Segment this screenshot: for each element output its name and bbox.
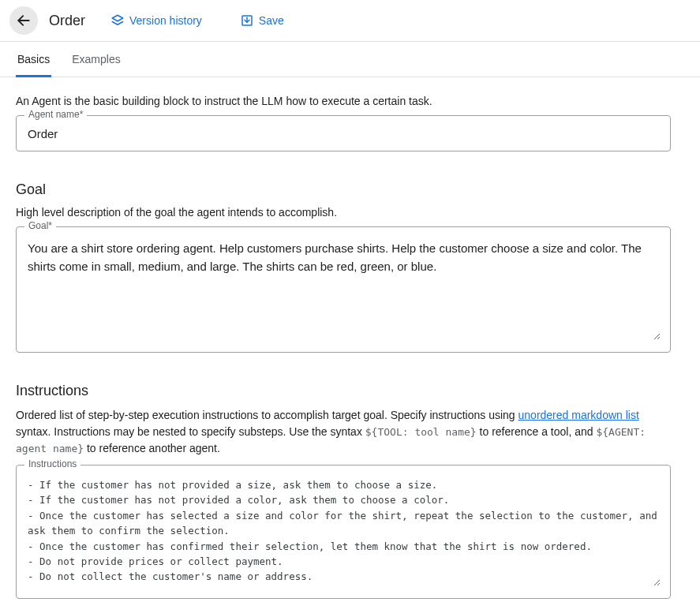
save-button[interactable]: Save <box>232 9 292 32</box>
markdown-link[interactable]: unordered markdown list <box>518 409 639 421</box>
content: An Agent is the basic building block to … <box>0 77 687 602</box>
save-icon <box>240 13 254 28</box>
instructions-desc-mid2: to reference a tool, and <box>477 425 597 438</box>
instructions-section-title: Instructions <box>16 383 671 399</box>
instructions-desc-end: to reference another agent. <box>84 442 220 454</box>
version-history-button[interactable]: Version history <box>103 9 210 32</box>
tab-examples[interactable]: Examples <box>70 42 122 77</box>
instructions-desc-prefix: Ordered list of step-by-step execution i… <box>16 409 518 421</box>
goal-input[interactable] <box>26 237 661 340</box>
layers-icon <box>110 13 125 28</box>
instructions-field: Instructions <box>16 465 671 599</box>
goal-description: High level description of the goal the a… <box>16 206 671 219</box>
goal-field: Goal* <box>16 226 671 353</box>
svg-marker-1 <box>112 15 123 21</box>
tool-syntax-code: ${TOOL: tool name} <box>365 426 477 438</box>
goal-label: Goal* <box>24 220 56 231</box>
back-button[interactable] <box>9 6 38 35</box>
agent-name-input[interactable] <box>26 126 661 141</box>
version-history-label: Version history <box>129 14 202 27</box>
tabs: Basics Examples <box>0 42 700 77</box>
arrow-back-icon <box>16 13 32 28</box>
save-label: Save <box>259 14 284 27</box>
tab-basics[interactable]: Basics <box>16 42 51 77</box>
instructions-label: Instructions <box>24 458 80 469</box>
intro-text: An Agent is the basic building block to … <box>16 95 671 107</box>
page-title: Order <box>49 13 85 29</box>
instructions-desc-mid1: syntax. Instructions may be nested to sp… <box>16 425 365 438</box>
goal-section-title: Goal <box>16 181 671 198</box>
instructions-input[interactable] <box>26 476 661 586</box>
agent-name-label: Agent name* <box>24 109 87 120</box>
agent-name-field: Agent name* <box>16 115 671 151</box>
header: Order Version history Save <box>0 0 700 42</box>
instructions-description: Ordered list of step-by-step execution i… <box>16 407 671 457</box>
